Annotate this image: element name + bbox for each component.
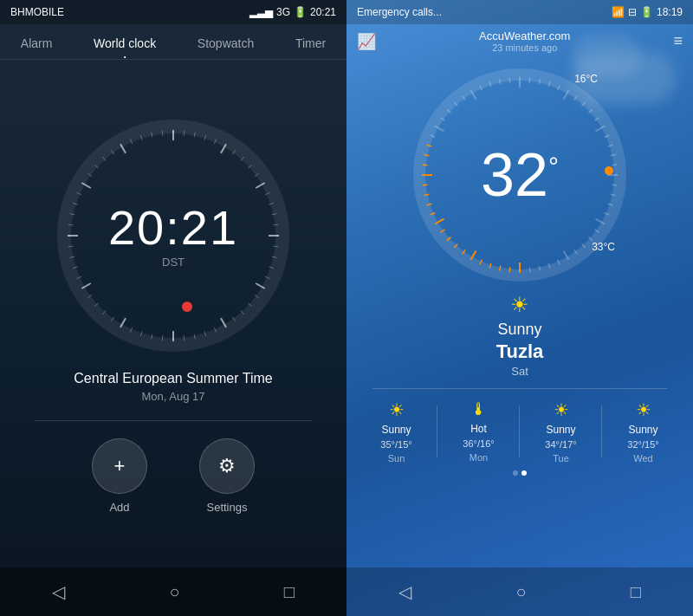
weather-divider xyxy=(372,388,667,389)
carrier-name: BHMOBILE xyxy=(10,6,64,18)
menu-icon[interactable]: ≡ xyxy=(673,32,683,50)
back-icon-right[interactable]: ◁ xyxy=(398,581,411,602)
home-icon-right[interactable]: ○ xyxy=(515,582,526,602)
forecast-label-2: Sunny xyxy=(546,424,575,436)
weather-header: 📈 AccuWeather.com 23 minutes ago ≡ xyxy=(346,24,693,58)
svg-line-91 xyxy=(529,267,530,272)
forecast-row: ☀ Sunny 35°/15° Sun 🌡 Hot 36°/16° Mon ☀ … xyxy=(346,399,693,464)
nav-tabs: Alarm World clock Stopwatch Timer xyxy=(0,24,346,60)
bottom-nav-left: ◁ ○ □ xyxy=(0,567,346,616)
weather-condition: Sunny xyxy=(346,321,693,339)
svg-line-78 xyxy=(612,185,617,185)
forecast-hot: 🌡 Hot 36°/16° Mon xyxy=(437,399,520,464)
weather-city: Tuzla xyxy=(346,340,693,363)
temp-degree: ° xyxy=(548,153,559,179)
temp-indicator-dot xyxy=(605,166,613,175)
svg-line-30 xyxy=(184,335,185,340)
emergency-calls: Emergency calls... xyxy=(357,6,442,18)
status-bar-left: BHMOBILE ▂▃▅ 3G 🔋 20:21 xyxy=(0,0,346,24)
svg-line-2 xyxy=(184,130,185,135)
divider xyxy=(35,420,312,421)
time-left: 20:21 xyxy=(310,6,336,18)
clock-time-text: 20:21 xyxy=(108,203,238,251)
clock-time-display: 20:21 DST xyxy=(108,203,238,268)
forecast-sun-icon-2: ☀ xyxy=(554,399,569,420)
svg-line-108 xyxy=(423,165,428,165)
recent-icon-right[interactable]: □ xyxy=(631,582,641,602)
clock-area: 20:21 DST Central European Summer Time M… xyxy=(0,60,346,567)
signal-type: 3G xyxy=(276,6,290,18)
forecast-temps-2: 34°/17° xyxy=(545,439,576,450)
svg-line-60 xyxy=(162,130,163,135)
settings-circle[interactable]: ⚙ xyxy=(199,438,255,494)
battery-icon-right: 🔋 xyxy=(640,6,653,18)
temp-value: 32 xyxy=(481,141,548,209)
clock-app-panel: BHMOBILE ▂▃▅ 3G 🔋 20:21 Alarm World cloc… xyxy=(0,0,346,616)
right-status-right: 📶 ⊟ 🔋 18:19 xyxy=(612,6,683,18)
settings-label: Settings xyxy=(207,501,248,514)
tab-alarm[interactable]: Alarm xyxy=(14,33,60,54)
add-label: Add xyxy=(109,501,129,514)
weather-temp-display: 32° xyxy=(481,145,559,205)
forecast-temps-0: 35°/15° xyxy=(380,439,411,450)
add-circle[interactable]: + xyxy=(92,438,147,494)
source-time: 23 minutes ago xyxy=(376,42,673,53)
svg-line-32 xyxy=(162,335,163,340)
bottom-nav-right: ◁ ○ □ xyxy=(346,567,693,616)
svg-line-121 xyxy=(509,78,510,83)
forecast-sunny-wed: ☀ Sunny 32°/15° Wed xyxy=(602,399,684,464)
settings-button[interactable]: ⚙ Settings xyxy=(199,438,255,514)
svg-line-63 xyxy=(529,78,530,83)
forecast-day-0: Sun xyxy=(388,453,405,464)
forecast-label-1: Hot xyxy=(470,423,487,435)
forecast-sun-icon-3: ☀ xyxy=(636,399,651,420)
forecast-label-0: Sunny xyxy=(381,424,411,436)
svg-line-47 xyxy=(68,224,74,225)
chart-icon: 📈 xyxy=(357,32,376,51)
svg-line-106 xyxy=(423,185,428,185)
weather-source: AccuWeather.com 23 minutes ago xyxy=(376,29,673,53)
svg-line-17 xyxy=(273,246,278,247)
tab-stopwatch[interactable]: Stopwatch xyxy=(191,33,261,54)
time-right: 18:19 xyxy=(657,6,683,18)
tab-timer[interactable]: Timer xyxy=(288,33,333,54)
svg-line-93 xyxy=(509,267,510,272)
back-icon[interactable]: ◁ xyxy=(52,581,65,602)
forecast-therm-icon-1: 🌡 xyxy=(470,399,488,419)
tab-worldclock[interactable]: World clock xyxy=(87,33,163,54)
home-icon[interactable]: ○ xyxy=(169,582,179,602)
dot-1 xyxy=(513,470,518,476)
min-temp-label: 16°C xyxy=(574,73,598,85)
svg-line-76 xyxy=(612,165,617,165)
forecast-temps-3: 32°/15° xyxy=(627,439,658,450)
add-button[interactable]: + Add xyxy=(92,438,147,514)
sun-icon: ☀ xyxy=(346,293,693,317)
weather-day: Sat xyxy=(346,365,693,378)
svg-line-15 xyxy=(273,224,278,225)
forecast-day-2: Tue xyxy=(553,453,569,464)
right-status-left: ▂▃▅ 3G 🔋 20:21 xyxy=(249,6,336,18)
forecast-sunny-tue: ☀ Sunny 34°/17° Tue xyxy=(520,399,602,464)
action-buttons: + Add ⚙ Settings xyxy=(92,438,255,514)
forecast-sun-icon-0: ☀ xyxy=(389,399,405,420)
forecast-sun: ☀ Sunny 35°/15° Sun xyxy=(355,399,437,464)
clock-red-dot xyxy=(182,302,192,312)
clock-info: Central European Summer Time Mon, Aug 17 xyxy=(74,371,272,403)
recent-icon[interactable]: □ xyxy=(284,582,295,602)
weather-app-panel: Emergency calls... 📶 ⊟ 🔋 18:19 📈 AccuWea… xyxy=(346,0,693,616)
dst-label: DST xyxy=(108,255,238,268)
forecast-day-3: Wed xyxy=(633,453,652,464)
battery-icon: 🔋 xyxy=(294,6,307,18)
weather-info: ☀ Sunny Tuzla Sat xyxy=(346,293,693,378)
forecast-day-1: Mon xyxy=(470,452,488,463)
timezone-label: Central European Summer Time xyxy=(74,371,272,386)
status-bar-right: Emergency calls... 📶 ⊟ 🔋 18:19 xyxy=(346,0,693,24)
date-label: Mon, Aug 17 xyxy=(74,390,272,403)
page-indicator xyxy=(346,470,693,476)
source-name: AccuWeather.com xyxy=(376,29,673,42)
forecast-temps-1: 36°/16° xyxy=(463,438,494,449)
wifi-icon: ⊟ xyxy=(628,6,637,18)
forecast-label-3: Sunny xyxy=(628,424,657,436)
svg-line-45 xyxy=(68,246,74,247)
max-temp-label: 33°C xyxy=(592,241,615,253)
